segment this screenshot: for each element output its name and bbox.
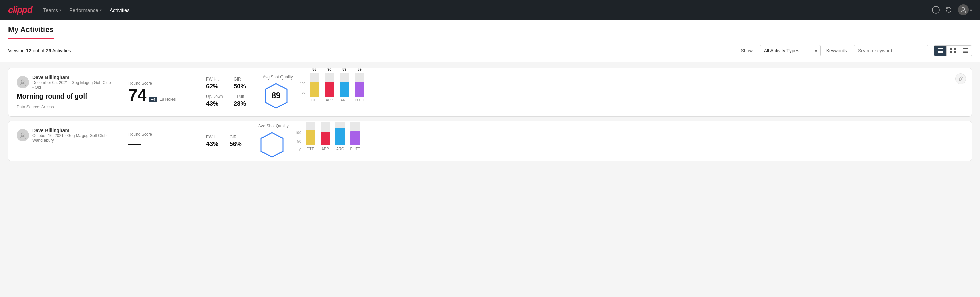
svg-rect-13 bbox=[963, 50, 968, 50]
bar-putt: 89 PUTT bbox=[355, 67, 364, 102]
keyword-input[interactable] bbox=[854, 45, 928, 56]
y-axis-labels: 100 50 0 bbox=[300, 82, 305, 109]
card-user-section-2: Dave Billingham October 16, 2021 · Gog M… bbox=[17, 128, 112, 154]
user-name: Dave Billingham bbox=[32, 75, 112, 80]
svg-rect-12 bbox=[963, 48, 968, 49]
svg-rect-14 bbox=[963, 51, 968, 52]
fw-hit-stat: FW Hit 62% bbox=[206, 77, 223, 90]
round-score-label-2: Round Score bbox=[128, 132, 189, 137]
avatar bbox=[958, 5, 969, 15]
app-logo: clippd bbox=[8, 5, 32, 15]
page-title: My Activities bbox=[8, 25, 54, 39]
holes-label: 18 Holes bbox=[160, 97, 175, 102]
nav-performance[interactable]: Performance ▾ bbox=[69, 7, 102, 13]
user-info-2: Dave Billingham October 16, 2021 · Gog M… bbox=[32, 128, 112, 143]
viewing-total: 29 bbox=[46, 48, 51, 53]
bars-container: 85 OTT 90 APP bbox=[307, 75, 367, 102]
svg-rect-11 bbox=[953, 51, 956, 53]
svg-rect-4 bbox=[937, 48, 943, 49]
bar-chart-2: 100 50 0 94 OTT 82 bbox=[296, 124, 363, 158]
app-header: clippd Teams ▾ Performance ▾ Activities bbox=[0, 0, 980, 20]
shot-quality-label: Avg Shot Quality bbox=[262, 75, 293, 80]
nav-teams[interactable]: Teams ▾ bbox=[43, 7, 61, 13]
svg-point-3 bbox=[962, 8, 965, 10]
activity-card-2: Dave Billingham October 16, 2021 · Gog M… bbox=[8, 121, 972, 161]
svg-point-19 bbox=[21, 133, 24, 136]
shot-quality-section: Avg Shot Quality 89 100 50 0 bbox=[262, 75, 963, 109]
round-score-section: Round Score 74 +4 18 Holes bbox=[128, 75, 189, 109]
user-row-2: Dave Billingham October 16, 2021 · Gog M… bbox=[17, 128, 112, 143]
show-label: Show: bbox=[741, 48, 754, 53]
user-date-2: October 16, 2021 · Gog Magog Golf Club -… bbox=[32, 133, 112, 143]
bar-app: 90 APP bbox=[325, 67, 334, 102]
view-grid-button[interactable] bbox=[947, 46, 959, 56]
user-avatar-2 bbox=[17, 129, 29, 141]
hex-score-2 bbox=[258, 131, 286, 158]
keywords-label: Keywords: bbox=[826, 48, 848, 53]
viewing-info: Viewing 12 out of 29 Activities bbox=[8, 48, 71, 53]
updown-stat: Up/Down 43% bbox=[206, 94, 223, 107]
score-value-2: — bbox=[128, 138, 141, 150]
svg-point-16 bbox=[21, 80, 24, 83]
divider-2 bbox=[197, 75, 198, 109]
card-user-section: Dave Billingham December 05, 2021 · Gog … bbox=[17, 75, 112, 109]
viewing-count: 12 bbox=[26, 48, 32, 53]
activity-card: Dave Billingham December 05, 2021 · Gog … bbox=[8, 68, 972, 117]
performance-chevron-icon: ▾ bbox=[100, 8, 102, 12]
view-list-button[interactable] bbox=[934, 46, 947, 56]
teams-chevron-icon: ▾ bbox=[59, 8, 61, 12]
view-toggle bbox=[934, 45, 972, 56]
user-chevron-icon: ▾ bbox=[970, 8, 972, 12]
user-date: December 05, 2021 · Gog Magog Golf Club … bbox=[32, 80, 112, 90]
shot-quality-section-2: Avg Shot Quality 100 50 0 94 bbox=[258, 128, 963, 154]
divider-3 bbox=[254, 75, 255, 109]
bar-arg: 89 ARG bbox=[340, 67, 349, 102]
activity-title: Morning round of golf bbox=[17, 93, 112, 100]
oneputt-stat: 1 Putt 28% bbox=[234, 94, 246, 107]
score-value: 74 bbox=[128, 87, 146, 103]
round-score-section-2: Round Score — bbox=[128, 128, 189, 154]
svg-rect-6 bbox=[937, 51, 943, 52]
user-info: Dave Billingham December 05, 2021 · Gog … bbox=[32, 75, 112, 90]
divider-c2 bbox=[120, 128, 120, 154]
data-source: Data Source: Arccos bbox=[17, 105, 112, 109]
score-badge: +4 bbox=[149, 96, 157, 102]
activity-type-select-wrapper[interactable]: All Activity Types bbox=[760, 45, 821, 56]
header-actions: ▾ bbox=[932, 5, 972, 15]
round-score-label: Round Score bbox=[128, 81, 189, 86]
activity-type-select[interactable]: All Activity Types bbox=[760, 45, 821, 56]
svg-marker-20 bbox=[261, 133, 283, 157]
svg-rect-10 bbox=[950, 51, 952, 53]
user-avatar bbox=[17, 76, 29, 88]
gir-stat: GIR 50% bbox=[234, 77, 246, 90]
shot-quality-info: Avg Shot Quality 89 bbox=[262, 75, 293, 109]
svg-rect-8 bbox=[950, 48, 952, 50]
svg-rect-5 bbox=[937, 50, 943, 50]
fw-gir-section-2: FW Hit 43% GIR 56% bbox=[206, 128, 242, 154]
activities-list: Dave Billingham December 05, 2021 · Gog … bbox=[0, 62, 980, 167]
filter-bar: Viewing 12 out of 29 Activities Show: Al… bbox=[0, 40, 980, 62]
svg-rect-15 bbox=[963, 52, 968, 53]
svg-rect-9 bbox=[953, 48, 956, 50]
page-title-bar: My Activities bbox=[0, 20, 980, 40]
bar-ott: 85 OTT bbox=[310, 67, 319, 102]
divider bbox=[120, 75, 120, 109]
user-name-2: Dave Billingham bbox=[32, 128, 112, 133]
bar-chart: 100 50 0 85 OTT bbox=[300, 75, 367, 109]
refresh-button[interactable] bbox=[945, 6, 953, 14]
user-row: Dave Billingham December 05, 2021 · Gog … bbox=[17, 75, 112, 90]
nav-activities[interactable]: Activities bbox=[110, 7, 130, 13]
fw-gir-section: FW Hit 62% Up/Down 43% GIR 50% 1 Putt 28… bbox=[206, 75, 246, 109]
round-score-row: 74 +4 18 Holes bbox=[128, 87, 189, 103]
hex-score: 89 bbox=[262, 82, 290, 109]
svg-text:89: 89 bbox=[272, 91, 281, 100]
main-nav: Teams ▾ Performance ▾ Activities bbox=[43, 7, 130, 13]
add-button[interactable] bbox=[932, 6, 940, 14]
view-compact-button[interactable] bbox=[959, 46, 972, 56]
user-menu-button[interactable]: ▾ bbox=[958, 5, 972, 15]
svg-rect-7 bbox=[937, 52, 943, 53]
edit-button[interactable] bbox=[955, 73, 966, 84]
